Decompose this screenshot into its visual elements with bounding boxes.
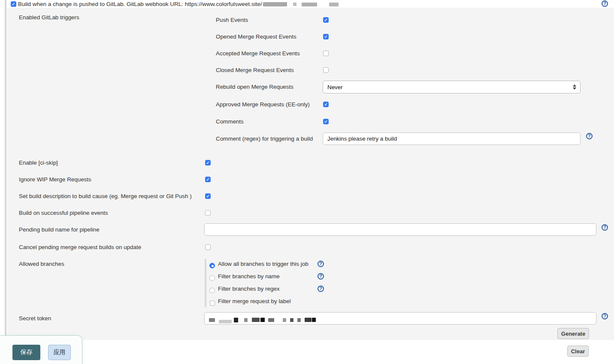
ignore-wip-mr-checkbox[interactable] — [205, 177, 211, 182]
build-on-push-checkbox[interactable] — [11, 1, 16, 7]
redacted-url-part — [263, 2, 287, 6]
redacted-url-part — [329, 3, 339, 6]
redacted-url-part — [302, 3, 317, 6]
comments-checkbox[interactable] — [323, 119, 329, 124]
select-stepper-arrows-icon — [573, 84, 576, 90]
help-question-icon[interactable]: ? — [586, 133, 593, 139]
secret-token-label: Secret token — [19, 315, 51, 322]
filter-mr-by-label-label: Filter merge request by label — [218, 298, 291, 304]
help-question-icon[interactable]: ? — [602, 0, 608, 7]
cancel-pending-mr-checkbox[interactable] — [205, 244, 211, 250]
trigger-accepted-mr-label: Accepted Merge Request Events — [216, 50, 300, 57]
build-on-pipeline-checkbox[interactable] — [205, 210, 211, 216]
enabled-triggers-label: Enabled GitLab triggers — [19, 14, 79, 21]
filter-branches-by-name-label: Filter branches by name — [218, 273, 280, 280]
pending-build-name-label: Pending build name for pipeline — [19, 226, 100, 233]
filter-mr-by-label-checkbox[interactable] — [210, 301, 215, 306]
enable-ci-skip-checkbox[interactable] — [205, 160, 211, 165]
filter-branches-by-regex-label: Filter branches by regex — [218, 286, 280, 292]
help-question-icon[interactable]: ? — [602, 224, 608, 231]
filter-branches-by-regex-radio[interactable] — [209, 288, 215, 293]
filter-branches-by-name-radio[interactable] — [209, 275, 215, 281]
enable-ci-skip-label: Enable [ci-skip] — [19, 159, 58, 166]
trigger-opened-mr-checkbox[interactable] — [323, 34, 329, 39]
comment-regex-label: Comment (regex) for triggering a build — [216, 135, 313, 142]
save-button[interactable]: 保存 — [12, 345, 40, 360]
generate-button[interactable]: Generate — [557, 328, 589, 339]
allow-all-branches-label: Allow all branches to trigger this job — [218, 261, 309, 267]
build-on-push-label-text: Build when a change is pushed to GitLab.… — [18, 1, 262, 7]
comments-label: Comments — [216, 118, 244, 125]
approved-mr-label: Approved Merge Requests (EE-only) — [216, 101, 310, 108]
approved-mr-checkbox[interactable] — [323, 102, 329, 107]
build-on-push-label: Build when a change is pushed to GitLab.… — [18, 1, 339, 7]
ignore-wip-mr-label: Ignore WIP Merge Requests — [19, 176, 91, 183]
help-question-icon[interactable]: ? — [318, 286, 324, 292]
clear-button[interactable]: Clear — [567, 346, 589, 357]
save-apply-panel: 保存 应用 — [0, 335, 82, 364]
trigger-accepted-mr-checkbox[interactable] — [323, 51, 329, 56]
section-indent-line — [5, 0, 6, 335]
allowed-branches-indent-bar — [205, 259, 206, 307]
comment-regex-input[interactable]: Jenkins please retry a build — [323, 132, 581, 145]
build-on-pipeline-label: Build on successful pipeline events — [19, 210, 108, 216]
comment-regex-value: Jenkins please retry a build — [327, 135, 397, 142]
cancel-pending-mr-label: Cancel pending merge request builds on u… — [19, 244, 141, 250]
set-build-description-label: Set build description to build cause (eg… — [19, 193, 192, 199]
allowed-branches-label: Allowed branches — [19, 261, 64, 267]
redacted-secret-token — [209, 316, 316, 323]
rebuild-open-mr-select[interactable]: Never — [323, 81, 581, 93]
redacted-url-part — [293, 3, 296, 6]
secret-token-input[interactable] — [204, 312, 596, 325]
gitlab-trigger-config-page: Build when a change is pushed to GitLab.… — [0, 0, 614, 364]
trigger-push-events-label: Push Events — [216, 17, 248, 23]
pending-build-name-input[interactable] — [204, 223, 596, 236]
trigger-opened-mr-label: Opened Merge Request Events — [216, 33, 296, 40]
help-question-icon[interactable]: ? — [318, 273, 324, 280]
help-question-icon[interactable]: ? — [602, 313, 608, 319]
help-question-icon[interactable]: ? — [318, 261, 324, 267]
apply-button[interactable]: 应用 — [48, 345, 71, 360]
allow-all-branches-radio[interactable] — [209, 263, 215, 268]
trigger-closed-mr-label: Closed Merge Request Events — [216, 67, 294, 73]
section-background — [7, 8, 614, 340]
rebuild-open-mr-label: Rebuild open Merge Requests — [216, 84, 293, 90]
rebuild-open-mr-selected-value: Never — [327, 84, 343, 90]
set-build-description-checkbox[interactable] — [205, 193, 211, 199]
trigger-push-events-checkbox[interactable] — [323, 17, 329, 23]
trigger-closed-mr-checkbox[interactable] — [323, 67, 329, 73]
